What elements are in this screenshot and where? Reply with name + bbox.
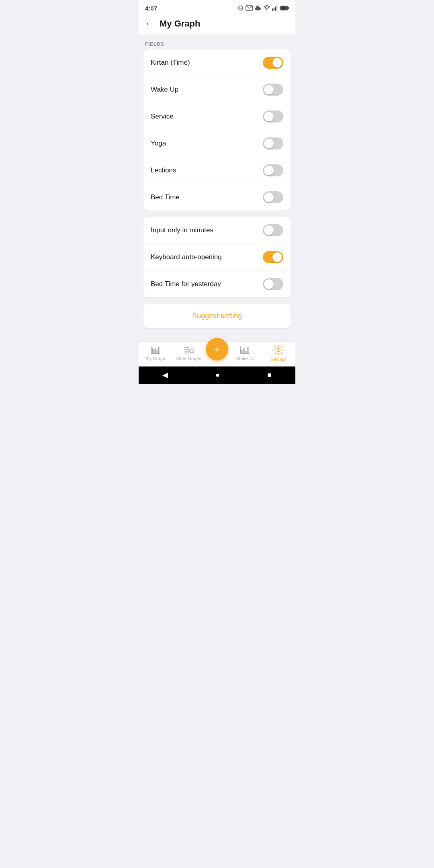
content-area: FIELDS Kirtan (Time) Wake Up (139, 35, 295, 341)
toggle-label-kirtan: Kirtan (Time) (151, 59, 190, 67)
bottom-nav: My Graph Other Graphs + Statistics (139, 341, 295, 366)
toggle-row-service: Service (143, 103, 291, 130)
toggle-row-input-minutes: Input only in minutes (143, 217, 291, 244)
other-graphs-icon (184, 346, 194, 354)
toggle-row-keyboard-auto: Keyboard auto-opening (143, 244, 291, 271)
settings-section: Input only in minutes Keyboard auto-open… (143, 217, 291, 297)
nav-item-statistics[interactable]: Statistics (228, 346, 262, 361)
toggle-label-lections: Lections (151, 166, 176, 174)
nav-item-my-graph[interactable]: My Graph (139, 346, 172, 361)
toggle-bedtime-yesterday[interactable] (263, 278, 283, 290)
svg-rect-10 (276, 6, 277, 10)
status-time: 4:07 (145, 5, 157, 12)
svg-rect-13 (288, 7, 289, 9)
nav-item-settings[interactable]: Settings (262, 345, 296, 362)
toggle-label-wakeup: Wake Up (151, 86, 178, 94)
toggle-row-bedtime: Bed Time (143, 184, 291, 211)
nav-label-my-graph: My Graph (146, 356, 165, 361)
toggle-label-keyboard-auto: Keyboard auto-opening (151, 253, 222, 261)
signal-icon (272, 5, 278, 11)
svg-point-6 (256, 6, 259, 9)
toggle-label-yoga: Yoga (151, 139, 166, 147)
toggle-wakeup[interactable] (263, 84, 283, 96)
email-icon (246, 5, 253, 11)
fields-section-label: FIELDS (143, 41, 291, 49)
toggle-label-service: Service (151, 113, 174, 121)
fields-card: Kirtan (Time) Wake Up Serv (143, 49, 291, 211)
page-title: My Graph (160, 18, 200, 29)
svg-line-26 (193, 352, 194, 354)
nav-label-settings: Settings (270, 357, 287, 362)
android-nav-bar: ◀ ● ■ (139, 366, 295, 384)
svg-rect-9 (275, 7, 276, 11)
cloud-icon (254, 5, 262, 11)
svg-rect-12 (281, 6, 287, 10)
nav-label-statistics: Statistics (236, 356, 254, 361)
svg-point-33 (277, 348, 280, 352)
add-icon: + (214, 344, 220, 355)
toggle-label-bedtime: Bed Time (151, 193, 180, 201)
toggle-bedtime[interactable] (263, 191, 283, 203)
svg-rect-8 (274, 8, 274, 10)
nav-label-other-graphs: Other Graphs (176, 356, 203, 361)
toggle-row-wakeup: Wake Up (143, 76, 291, 103)
toggle-row-kirtan: Kirtan (Time) (143, 49, 291, 76)
android-recent-button[interactable]: ■ (267, 371, 272, 379)
toggle-service[interactable] (263, 111, 283, 123)
statistics-icon (240, 346, 250, 354)
battery-icon (280, 6, 289, 10)
my-graph-icon (150, 346, 161, 354)
android-back-button[interactable]: ◀ (162, 371, 168, 379)
toggle-row-lections: Lections (143, 157, 291, 184)
toggle-label-input-minutes: Input only in minutes (151, 226, 213, 234)
toggle-lections[interactable] (263, 164, 283, 176)
toggle-input-minutes[interactable] (263, 224, 283, 236)
toggle-keyboard-auto[interactable] (263, 251, 283, 263)
wifi-icon (263, 5, 270, 11)
suggest-setting-button[interactable]: Suggest setting (143, 304, 291, 328)
fab-add-button[interactable]: + (206, 338, 228, 360)
svg-rect-7 (272, 9, 273, 11)
toggle-row-yoga: Yoga (143, 130, 291, 157)
android-home-button[interactable]: ● (215, 371, 220, 379)
svg-text:▲: ▲ (240, 6, 242, 10)
toggle-row-bedtime-yesterday: Bed Time for yesterday (143, 271, 291, 297)
toggle-kirtan[interactable] (263, 57, 283, 69)
notification-icon: ▲ (237, 5, 244, 11)
toggle-yoga[interactable] (263, 137, 283, 149)
toggle-label-bedtime-yesterday: Bed Time for yesterday (151, 280, 221, 288)
back-button[interactable]: ← (145, 19, 154, 28)
header: ← My Graph (139, 14, 295, 35)
settings-icon (273, 345, 284, 355)
nav-item-other-graphs[interactable]: Other Graphs (172, 346, 206, 361)
status-icons: ▲ (237, 5, 289, 11)
settings-card: Input only in minutes Keyboard auto-open… (143, 217, 291, 297)
fields-section: FIELDS Kirtan (Time) Wake Up (143, 41, 291, 211)
status-bar: 4:07 ▲ (139, 0, 295, 14)
